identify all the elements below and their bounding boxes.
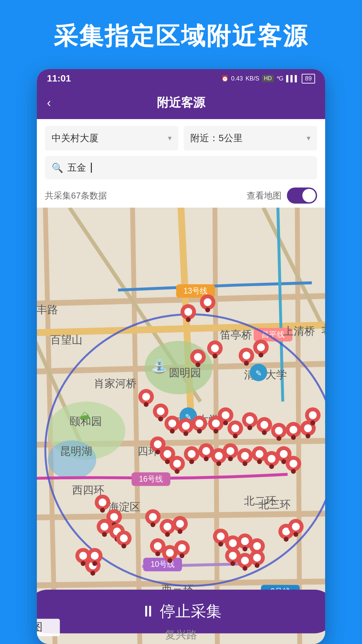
- svg-point-64: [194, 353, 202, 361]
- clock-icon: ⏰: [221, 75, 229, 82]
- svg-point-202: [241, 557, 249, 565]
- svg-point-207: [284, 537, 288, 542]
- search-box[interactable]: 🔍 五金: [45, 156, 317, 179]
- distance-select[interactable]: 附近：5公里 ▾: [184, 126, 317, 151]
- svg-point-91: [212, 420, 220, 427]
- svg-point-76: [142, 393, 150, 400]
- svg-point-112: [304, 424, 312, 432]
- text-cursor: [91, 163, 92, 173]
- svg-point-174: [178, 529, 182, 534]
- svg-point-67: [211, 344, 219, 352]
- search-text: 五金: [67, 161, 86, 174]
- svg-point-69: [244, 361, 249, 366]
- svg-point-105: [277, 436, 281, 441]
- location-select[interactable]: 中关村大厦 ▾: [45, 126, 178, 151]
- svg-point-172: [164, 523, 171, 531]
- map-svg: 13号线 昌平线 16号线 10号线 2号线 9号线 百望山 肖家河桥 圆明园 …: [37, 208, 325, 644]
- svg-point-63: [195, 362, 200, 367]
- svg-point-123: [175, 469, 179, 474]
- svg-point-165: [121, 544, 126, 548]
- svg-point-216: [90, 571, 95, 576]
- svg-text:⛰: ⛰: [79, 409, 91, 421]
- battery-icon: 89: [302, 74, 315, 84]
- svg-point-120: [165, 459, 170, 464]
- svg-point-159: [102, 532, 107, 537]
- svg-point-184: [178, 544, 186, 552]
- svg-point-114: [310, 421, 315, 425]
- svg-point-181: [166, 549, 174, 557]
- svg-point-130: [202, 447, 210, 455]
- svg-point-82: [168, 420, 176, 427]
- network-icon: ⁴G: [277, 75, 284, 82]
- svg-point-85: [182, 422, 190, 430]
- speed-unit: KB/S: [246, 75, 259, 82]
- svg-text:昆明湖: 昆明湖: [60, 445, 92, 457]
- phone-frame: 11:01 ⏰ 0.43 KB/S HD ⁴G ▌▌▌ 89 ‹ 附近客源 中关…: [37, 69, 325, 644]
- svg-point-199: [229, 552, 237, 559]
- svg-point-72: [258, 353, 263, 357]
- svg-text:北二环: 北二环: [244, 495, 276, 507]
- location-label: 中关村大厦: [52, 132, 99, 145]
- svg-point-78: [158, 417, 163, 421]
- svg-point-84: [183, 431, 188, 436]
- toggle-knob: [302, 189, 316, 202]
- svg-point-109: [290, 426, 297, 434]
- svg-point-220: [91, 552, 99, 559]
- svg-point-160: [101, 523, 108, 531]
- svg-point-79: [157, 408, 165, 415]
- svg-point-148: [280, 450, 288, 458]
- svg-point-168: [150, 522, 155, 527]
- svg-point-133: [215, 452, 223, 460]
- svg-point-205: [253, 554, 261, 561]
- distance-chevron: ▾: [307, 134, 310, 143]
- svg-point-108: [291, 435, 296, 440]
- svg-point-75: [144, 402, 148, 407]
- svg-point-81: [170, 429, 175, 433]
- svg-text:16号线: 16号线: [139, 475, 163, 483]
- svg-point-178: [154, 542, 162, 550]
- svg-text:笛亭桥: 笛亭桥: [220, 329, 252, 341]
- status-bar: 11:01 ⏰ 0.43 KB/S HD ⁴G ▌▌▌ 89: [37, 69, 325, 88]
- top-title-area: 采集指定区域附近客源: [0, 0, 362, 69]
- svg-point-166: [120, 534, 128, 542]
- svg-point-124: [173, 460, 181, 468]
- svg-point-183: [180, 553, 184, 558]
- svg-point-87: [197, 429, 202, 433]
- svg-point-169: [149, 513, 157, 521]
- svg-text:百望山: 百望山: [50, 334, 82, 346]
- svg-point-121: [164, 450, 171, 458]
- svg-text:上清桥: 上清桥: [283, 325, 315, 337]
- svg-point-57: [186, 317, 190, 322]
- svg-point-196: [253, 542, 261, 550]
- svg-point-73: [257, 343, 265, 351]
- map-area: 13号线 昌平线 16号线 10号线 2号线 9号线 百望山 肖家河桥 圆明园 …: [37, 208, 325, 644]
- svg-text:西四环: 西四环: [72, 484, 104, 496]
- battery-level: 89: [305, 75, 312, 82]
- svg-point-100: [246, 416, 254, 424]
- back-button[interactable]: ‹: [47, 96, 51, 110]
- speed-value: 0.43: [231, 75, 243, 82]
- header-title: 附近客源: [157, 95, 205, 111]
- svg-point-211: [292, 523, 300, 531]
- svg-point-96: [233, 434, 238, 438]
- map-toggle-label: 查看地图: [247, 190, 282, 202]
- svg-text:地图: 地图: [37, 621, 43, 633]
- map-view-toggle[interactable]: [287, 187, 317, 204]
- svg-text:求丰路: 求丰路: [37, 304, 58, 316]
- svg-point-150: [291, 469, 296, 474]
- svg-point-198: [230, 561, 235, 566]
- svg-point-90: [214, 429, 218, 433]
- svg-point-187: [217, 533, 225, 540]
- svg-point-190: [229, 539, 237, 547]
- svg-point-99: [247, 425, 252, 430]
- distance-label: 附近：5公里: [190, 132, 243, 145]
- svg-text:✎: ✎: [255, 369, 262, 378]
- svg-point-193: [241, 537, 249, 545]
- svg-point-154: [99, 498, 106, 506]
- svg-point-118: [154, 440, 162, 448]
- signal-icon: ▌▌▌: [286, 75, 299, 82]
- svg-point-117: [155, 449, 160, 454]
- svg-point-58: [184, 308, 192, 316]
- svg-point-88: [195, 420, 203, 427]
- stats-count: 共采集67条数据: [45, 190, 107, 202]
